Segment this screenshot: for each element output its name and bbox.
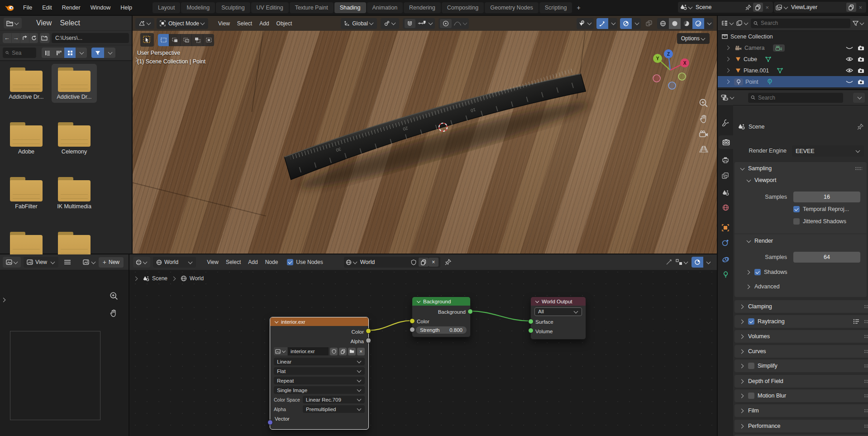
viewport-samples-field[interactable]: 16 [793, 192, 860, 202]
visible-eye-open-icon[interactable] [846, 57, 853, 62]
expand-chevron[interactable] [725, 46, 730, 50]
view-horizontal-list-button[interactable] [53, 48, 64, 58]
panel-motion-blur[interactable]: Motion Blur [734, 389, 868, 402]
tab-shading[interactable]: Shading [334, 2, 366, 13]
shading-solid-button[interactable] [669, 18, 681, 29]
socket-color-output[interactable] [366, 328, 371, 334]
outliner-search[interactable] [751, 19, 850, 28]
shadows-subpanel-toggle[interactable]: Shadows [745, 269, 787, 275]
snap-settings-icon[interactable] [417, 20, 427, 26]
motion-blur-checkbox[interactable] [748, 393, 754, 399]
disable-render-camera-icon[interactable] [858, 79, 864, 85]
socket-vector-input[interactable] [267, 420, 273, 425]
breadcrumb-scene[interactable]: Scene [143, 275, 167, 282]
menu-edit[interactable]: Edit [37, 0, 57, 15]
source-dropdown[interactable]: Single Image [270, 385, 368, 395]
shader-node-menu[interactable]: Node [262, 259, 282, 265]
panel-grip-handle[interactable] [855, 167, 862, 170]
visible-eye-open-icon[interactable] [846, 68, 853, 73]
node-env-header[interactable]: interior.exr [270, 317, 368, 326]
menu-file[interactable]: File [18, 0, 37, 15]
viewport-add-menu[interactable]: Add [256, 20, 272, 27]
show-overlays-toggle[interactable] [620, 18, 632, 29]
pan-control[interactable] [699, 114, 709, 124]
node-environment-texture[interactable]: interior.exr Color Alpha interior.exr × … [270, 317, 369, 430]
select-mode-subtract[interactable] [181, 34, 192, 46]
file-search-input[interactable] [11, 49, 33, 57]
outliner-filter-dropdown[interactable] [853, 20, 864, 26]
sampling-panel-header[interactable]: Sampling [734, 162, 867, 175]
raytracing-checkbox[interactable] [748, 318, 754, 325]
pin-icon[interactable] [445, 259, 451, 265]
node-output-header[interactable]: World Output [531, 297, 586, 306]
folder-item[interactable]: Addictive Dr... [4, 64, 49, 103]
select-mode-invert[interactable] [192, 34, 203, 46]
properties-search-input[interactable] [757, 94, 840, 101]
up-button[interactable] [20, 33, 29, 43]
outliner-row-cube[interactable]: Cube [718, 53, 868, 65]
menu-help[interactable]: Help [115, 0, 137, 15]
refresh-button[interactable] [29, 33, 38, 43]
world-name-field[interactable]: World [358, 259, 379, 265]
region-expand-chevron[interactable] [1, 295, 7, 303]
falloff-curve-icon[interactable] [453, 20, 462, 26]
socket-surface-input[interactable] [528, 319, 534, 324]
view-thumbnails-button[interactable] [64, 48, 76, 58]
socket-bg-color-input[interactable] [410, 318, 415, 324]
path-field[interactable] [52, 33, 129, 43]
node-world-output[interactable]: World Output All Surface Volume [530, 297, 586, 340]
select-mode-extend[interactable] [169, 34, 181, 46]
outliner-row-camera[interactable]: Camera [718, 42, 868, 53]
socket-alpha-output[interactable] [366, 338, 371, 343]
tab-modeling[interactable]: Modeling [181, 2, 215, 13]
image-browse-dropdown[interactable] [274, 347, 287, 355]
image-editor-view-menu[interactable]: View [24, 257, 58, 268]
expand-chevron[interactable] [725, 57, 730, 62]
use-nodes-checkbox[interactable]: Use Nodes [287, 259, 323, 265]
editor-type-shader-icon[interactable] [133, 257, 150, 268]
xray-toggle[interactable] [644, 18, 654, 29]
folder-item-partial[interactable] [52, 228, 97, 255]
shading-wireframe-button[interactable] [657, 18, 669, 29]
extension-dropdown[interactable]: Repeat [270, 376, 368, 385]
folder-item[interactable]: Adobe [4, 119, 49, 158]
folder-item[interactable]: IK Multimedia [52, 173, 97, 212]
outliner-row-plane[interactable]: Plane.001 [718, 65, 868, 76]
advanced-subpanel-toggle[interactable]: Advanced [745, 283, 780, 290]
panel-film[interactable]: Film [734, 404, 868, 417]
shader-add-menu[interactable]: Add [244, 259, 261, 265]
projection-dropdown[interactable]: Flat [270, 366, 368, 376]
properties-search[interactable] [748, 93, 843, 103]
collapse-node-icon[interactable] [417, 299, 420, 302]
select-tool-button[interactable] [140, 33, 154, 47]
render-subpanel-header[interactable]: Render [734, 235, 868, 246]
world-datablock[interactable]: World × [344, 257, 440, 268]
panel-grip-handle[interactable] [864, 335, 868, 338]
open-image-folder-icon[interactable] [348, 348, 356, 355]
menu-hamburger-icon[interactable] [61, 259, 74, 265]
toolbar-expand-chevron[interactable] [134, 55, 139, 63]
forward-button[interactable]: → [12, 33, 21, 43]
tab-texture-paint[interactable]: Texture Paint [290, 2, 334, 13]
navigation-gizmo[interactable]: Y Z X [649, 48, 692, 92]
fake-user-shield-icon[interactable] [330, 348, 338, 355]
pivot-point-dropdown[interactable] [381, 18, 399, 29]
file-browser-view-menu[interactable]: View [33, 19, 55, 27]
panel-grip-handle[interactable] [864, 409, 868, 412]
camera-view-control[interactable] [699, 130, 709, 139]
alpha-mode-dropdown[interactable]: Premultiplied [303, 405, 365, 413]
panel-grip-handle[interactable] [864, 320, 868, 323]
pin-icon[interactable] [857, 124, 863, 130]
file-search[interactable] [3, 48, 36, 58]
options-button[interactable]: Options [677, 33, 710, 44]
editor-type-file-browser-icon[interactable] [4, 18, 22, 29]
temporal-reprojection-checkbox[interactable]: Temporal Reproj... [793, 206, 849, 212]
outliner-display-mode-dropdown[interactable] [721, 20, 734, 26]
menu-render[interactable]: Render [57, 0, 86, 15]
scene-selector[interactable]: Scene × [678, 2, 773, 13]
properties-options-dropdown[interactable] [853, 93, 865, 103]
properties-editor-type-dropdown[interactable] [721, 94, 734, 101]
folder-item-partial[interactable] [4, 228, 49, 255]
object-visibility-dropdown[interactable] [577, 18, 594, 29]
shader-select-menu[interactable]: Select [222, 259, 244, 265]
